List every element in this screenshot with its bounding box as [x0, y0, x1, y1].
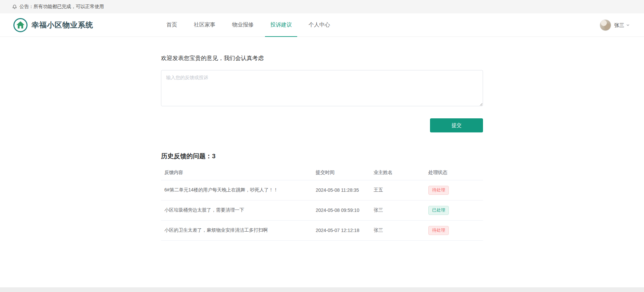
welcome-text: 欢迎发表您宝贵的意见，我们会认真考虑	[161, 54, 483, 62]
feedback-table: 反馈内容 提交时间 业主姓名 处理状态 6#第二单元14楼的用户每天晚上在跳舞，…	[161, 165, 483, 241]
nav-tab-profile[interactable]: 个人中心	[303, 13, 335, 37]
status-badge: 待处理	[428, 186, 449, 195]
table-row: 6#第二单元14楼的用户每天晚上在跳舞，吵死人了！！2024-05-08 11:…	[161, 180, 483, 200]
col-header-time: 提交时间	[312, 165, 370, 180]
col-header-content: 反馈内容	[161, 165, 312, 180]
table-row: 小区垃圾桶旁边太脏了，需要清理一下2024-05-08 09:59:10张三已处…	[161, 200, 483, 220]
page-bottom-strip	[0, 287, 644, 292]
history-title-text: 历史反馈的问题：	[161, 153, 212, 160]
status-badge: 待处理	[428, 226, 449, 235]
submit-row: 提交	[161, 118, 483, 132]
complaints-page: 欢迎发表您宝贵的意见，我们会认真考虑 提交 历史反馈的问题：3 反馈内容 提交时…	[161, 37, 483, 241]
nav-tab-complaints[interactable]: 投诉建议	[265, 13, 297, 37]
submit-button[interactable]: 提交	[430, 118, 483, 132]
submit-time-cell: 2024-05-08 11:28:35	[312, 180, 370, 200]
announcement-text: 公告：所有功能都已完成，可以正常使用	[19, 4, 104, 10]
feedback-content-cell: 小区的卫生太差了，麻烦物业安排清洁工多打扫啊	[161, 220, 312, 240]
col-header-owner: 业主姓名	[370, 165, 425, 180]
owner-name-cell: 张三	[370, 220, 425, 240]
user-name: 张三	[614, 22, 624, 28]
col-header-status: 处理状态	[425, 165, 483, 180]
user-menu[interactable]: 张三	[600, 13, 630, 37]
status-cell: 待处理	[425, 180, 483, 200]
feedback-textarea[interactable]	[161, 70, 483, 106]
user-avatar[interactable]	[600, 19, 611, 31]
bell-icon	[12, 4, 17, 9]
nav-tab-community[interactable]: 社区家事	[189, 13, 221, 37]
announcement-bar: 公告：所有功能都已完成，可以正常使用	[0, 0, 644, 13]
app-title: 幸福小区物业系统	[32, 20, 93, 30]
nav-tab-repair[interactable]: 物业报修	[227, 13, 259, 37]
history-count: 3	[212, 153, 216, 160]
history-title: 历史反馈的问题：3	[161, 152, 483, 161]
status-cell: 已处理	[425, 200, 483, 220]
brand[interactable]: 幸福小区物业系统	[13, 13, 93, 37]
table-header-row: 反馈内容 提交时间 业主姓名 处理状态	[161, 165, 483, 180]
owner-name-cell: 张三	[370, 200, 425, 220]
feedback-content-cell: 小区垃圾桶旁边太脏了，需要清理一下	[161, 200, 312, 220]
status-badge: 已处理	[428, 206, 449, 215]
submit-time-cell: 2024-05-08 09:59:10	[312, 200, 370, 220]
table-row: 小区的卫生太差了，麻烦物业安排清洁工多打扫啊2024-05-07 12:12:1…	[161, 220, 483, 240]
app-header: 幸福小区物业系统 首页社区家事物业报修投诉建议个人中心 张三	[0, 13, 644, 37]
submit-time-cell: 2024-05-07 12:12:18	[312, 220, 370, 240]
status-cell: 待处理	[425, 220, 483, 240]
feedback-table-body: 6#第二单元14楼的用户每天晚上在跳舞，吵死人了！！2024-05-08 11:…	[161, 180, 483, 241]
feedback-content-cell: 6#第二单元14楼的用户每天晚上在跳舞，吵死人了！！	[161, 180, 312, 200]
main-nav: 首页社区家事物业报修投诉建议个人中心	[161, 13, 483, 37]
owner-name-cell: 王五	[370, 180, 425, 200]
chevron-down-icon	[626, 23, 630, 27]
community-logo-icon	[13, 18, 28, 32]
nav-tab-home[interactable]: 首页	[161, 13, 182, 37]
